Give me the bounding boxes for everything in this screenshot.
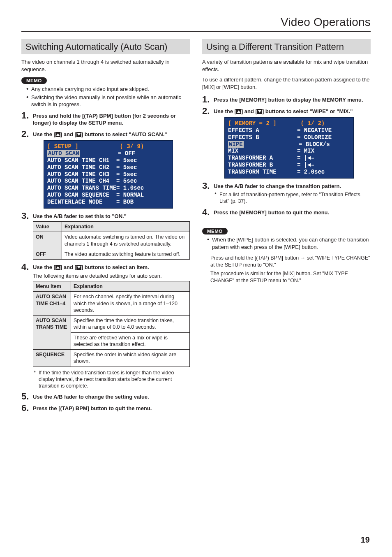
page-number: 19	[361, 535, 370, 545]
memo-badge: MEMO	[202, 228, 228, 234]
memo-item: When the [WIPE] button is selected, you …	[207, 236, 371, 251]
transition-intro-2: To use a different pattern, change the t…	[202, 76, 371, 91]
value-table: Value Explanation ON Video automatic swi…	[33, 221, 190, 260]
right-column: Using a Different Transition Pattern A v…	[202, 39, 371, 416]
step-2: 2. Use the [] and [] buttons to select "…	[202, 108, 371, 179]
table-header: Explanation	[62, 222, 190, 232]
table-row: Menu item Explanation	[33, 281, 190, 292]
table-cell: For each channel, specify the interval d…	[71, 292, 190, 316]
step-number: 4.	[202, 207, 210, 218]
step-number: 2.	[21, 129, 29, 139]
step-6: 6. Press the [(TAP) BPM] button to quit …	[21, 405, 190, 412]
step-1: 1. Press the [MEMORY] button to display …	[202, 96, 371, 104]
step-number: 2.	[202, 106, 210, 116]
lcd-screenshot-memory: [ MEMORY = 2 ] ( 1/ 2) EFFECTS A = NEGAT…	[224, 117, 354, 178]
arrow-icon: →	[300, 255, 306, 261]
footnote: If the time the video transition takes i…	[33, 369, 190, 390]
table-cell: SEQUENCE	[33, 350, 71, 367]
step-3: 3. Use the A/B fader to change the trans…	[202, 183, 371, 205]
table-row: ON Video automatic switching is turned o…	[33, 232, 190, 249]
lcd-screenshot-setup: [ SETUP ] ( 3/ 9) AUTO SCAN = OFF AUTO S…	[44, 140, 173, 208]
section-title-transition: Using a Different Transition Pattern	[202, 39, 371, 54]
step-1: 1. Press and hold the [(TAP) BPM] button…	[21, 112, 190, 127]
autoscan-intro: The video on channels 1 through 4 is swi…	[21, 58, 190, 73]
table-header: Value	[33, 222, 62, 232]
step-number: 1.	[21, 110, 29, 121]
table-cell: OFF	[33, 249, 62, 259]
step-number: 3.	[21, 211, 29, 221]
memo-list: When the [WIPE] button is selected, you …	[202, 236, 371, 251]
memo-item: Any channels carrying no video input are…	[26, 86, 190, 93]
up-triangle-icon	[236, 109, 241, 114]
down-triangle-icon	[257, 109, 262, 114]
page-title: Video Operations	[21, 16, 371, 29]
step-2: 2. Use the [] and [] buttons to select "…	[21, 131, 190, 209]
step-head: Use the [] and [] buttons to select "WIP…	[214, 108, 371, 115]
table-row: AUTO SCAN TIME CH1–4 For each channel, s…	[33, 292, 190, 316]
table-cell: Specifies the order in which video signa…	[71, 350, 190, 367]
table-cell: The video automatic switching feature is…	[62, 249, 190, 259]
step-3: 3. Use the A/B fader to set this to "ON.…	[21, 213, 190, 260]
down-triangle-icon	[76, 265, 81, 270]
step-number: 4.	[21, 262, 29, 272]
down-triangle-icon	[76, 132, 81, 137]
header-rule	[21, 31, 371, 32]
table-cell: ON	[33, 232, 62, 249]
steps-list: 1. Press and hold the [(TAP) BPM] button…	[21, 112, 190, 412]
memo-subtext: Press and hold the [(TAP) BPM] button → …	[202, 255, 371, 269]
step-head: Use the A/B fader to change the transiti…	[214, 183, 371, 190]
left-column: Switching Automatically (Auto Scan) The …	[21, 39, 190, 416]
transition-intro-1: A variety of transition patterns are ava…	[202, 58, 371, 73]
table-cell: AUTO SCAN TIME CH1–4	[33, 292, 71, 316]
step-head: Press the [MEMORY] button to quit the me…	[214, 209, 371, 216]
step-head: Use the A/B fader to set this to "ON."	[33, 213, 190, 220]
step-5: 5. Use the A/B fader to change the setti…	[21, 393, 190, 401]
step-number: 3.	[202, 181, 210, 191]
step-head: Press and hold the [(TAP) BPM] button (f…	[33, 112, 190, 127]
steps-list: 1. Press the [MEMORY] button to display …	[202, 96, 371, 216]
step-head: Press the [MEMORY] button to display the…	[214, 96, 371, 104]
table-header: Menu item	[33, 281, 71, 292]
table-row: AUTO SCAN TRANS TIME Specifies the time …	[33, 316, 190, 350]
table-cell: AUTO SCAN TRANS TIME	[33, 316, 71, 350]
table-cell: Video automatic switching is turned on. …	[62, 232, 190, 249]
up-triangle-icon	[55, 132, 60, 137]
menu-item-table: Menu item Explanation AUTO SCAN TIME CH1…	[33, 281, 190, 367]
section-title-autoscan: Switching Automatically (Auto Scan)	[21, 39, 190, 54]
step-4: 4. Use the [] and [] buttons to select a…	[21, 264, 190, 389]
step-head: Use the [] and [] buttons to select an i…	[33, 264, 190, 271]
step-head: Press the [(TAP) BPM] button to quit the…	[33, 405, 190, 412]
table-row: Value Explanation	[33, 222, 190, 232]
step-number: 5.	[21, 391, 29, 402]
table-header: Explanation	[71, 281, 190, 292]
table-row: SEQUENCE Specifies the order in which vi…	[33, 350, 190, 367]
memo-badge: MEMO	[21, 77, 47, 84]
step-4: 4. Press the [MEMORY] button to quit the…	[202, 209, 371, 216]
step-number: 6.	[21, 403, 29, 413]
memo-list: Any channels carrying no video input are…	[21, 86, 190, 108]
memo-item: Switching the video manually is not poss…	[26, 94, 190, 108]
content-columns: Switching Automatically (Auto Scan) The …	[21, 39, 371, 416]
table-row: OFF The video automatic switching featur…	[33, 249, 190, 259]
footnote: For a list of transition-pattern types, …	[214, 191, 371, 205]
step-body: The following items are detailed setting…	[33, 272, 190, 280]
up-triangle-icon	[55, 265, 60, 270]
table-cell: Specifies the time the video transition …	[71, 316, 190, 350]
step-head: Use the [] and [] buttons to select "AUT…	[33, 131, 190, 138]
step-head: Use the A/B fader to change the setting …	[33, 393, 190, 401]
memo-subtext: The procedure is similar for the [MIX] b…	[202, 270, 371, 284]
step-number: 1.	[202, 94, 210, 105]
